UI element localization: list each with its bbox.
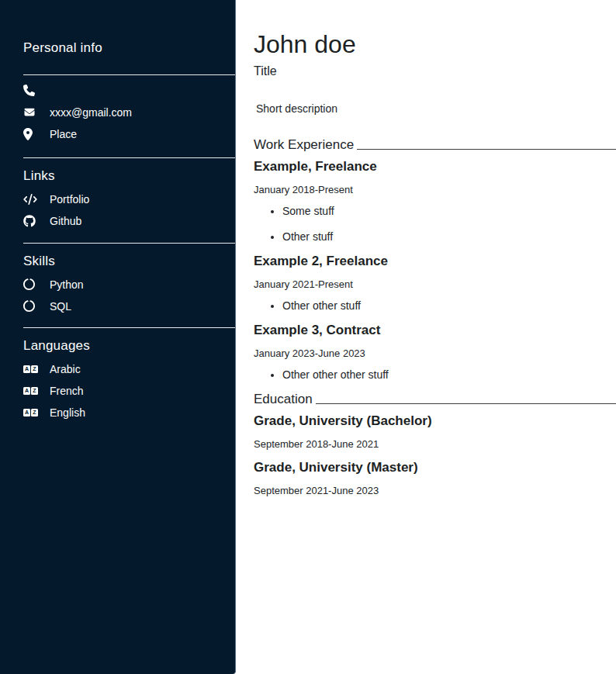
- entry-date: September 2018-June 2021: [254, 438, 616, 450]
- section-rule: [357, 149, 616, 150]
- section-title: Work Experience: [254, 137, 354, 153]
- contact-row-place: Place: [23, 127, 235, 140]
- short-description: Short description: [256, 102, 616, 115]
- language-row-english: English: [23, 406, 235, 419]
- contact-row-email: xxxx@gmail.com: [23, 105, 235, 119]
- skill-sql-label: SQL: [50, 300, 71, 313]
- language-icon: [23, 409, 50, 416]
- sidebar-divider: [23, 157, 235, 158]
- sidebar-divider: [23, 74, 235, 75]
- entry-date: January 2018-Present: [254, 184, 616, 195]
- language-icon: [23, 365, 50, 373]
- location-pin-icon: [23, 128, 50, 140]
- experience-entry: Example, Freelance January 2018-Present …: [254, 159, 616, 243]
- link-github-label: Github: [50, 215, 81, 227]
- language-icon: [23, 387, 50, 395]
- entry-title: Grade, University (Master): [254, 460, 616, 475]
- entry-title: Example 2, Freelance: [254, 254, 616, 269]
- sidebar-heading-links: Links: [23, 168, 235, 184]
- entry-date: January 2023-June 2023: [254, 347, 616, 359]
- entry-bullets: Other other other stuff: [254, 368, 616, 381]
- link-row-portfolio[interactable]: Portfolio: [23, 192, 235, 206]
- section-rule: [316, 403, 616, 404]
- section-header-education: Education: [254, 392, 616, 407]
- resume-main: John doe Title Short description Work Ex…: [237, 0, 616, 674]
- language-english-label: English: [50, 406, 85, 419]
- education-entry: Grade, University (Master) September 202…: [254, 460, 616, 496]
- sidebar: Personal info xxxx@gmail.com Place Links: [0, 0, 236, 674]
- language-row-french: French: [23, 384, 235, 397]
- bullet-item: Other other stuff: [282, 299, 616, 312]
- contact-email-value: xxxx@gmail.com: [50, 106, 132, 119]
- person-name: John doe: [254, 31, 616, 58]
- section-header-work-experience: Work Experience: [254, 137, 616, 153]
- bullet-item: Some stuff: [282, 205, 616, 217]
- skill-row-sql: SQL: [23, 299, 235, 313]
- section-title: Education: [254, 392, 313, 407]
- phone-icon: [23, 85, 50, 96]
- experience-entry: Example 2, Freelance January 2021-Presen…: [254, 254, 616, 312]
- entry-date: January 2021-Present: [254, 278, 616, 290]
- bullet-item: Other other other stuff: [282, 368, 616, 381]
- bullet-item: Other stuff: [282, 230, 616, 243]
- sidebar-heading-skills: Skills: [23, 254, 235, 269]
- person-title: Title: [254, 64, 616, 78]
- language-arabic-label: Arabic: [50, 363, 81, 375]
- contact-row-phone: [23, 84, 235, 97]
- link-row-github[interactable]: Github: [23, 214, 235, 227]
- experience-entry: Example 3, Contract January 2023-June 20…: [254, 323, 616, 381]
- sidebar-heading-languages: Languages: [23, 338, 235, 354]
- github-icon: [23, 215, 50, 227]
- entry-title: Example, Freelance: [254, 159, 616, 175]
- skill-row-python: Python: [23, 278, 235, 291]
- sidebar-heading-personal-info: Personal info: [23, 40, 235, 56]
- skill-python-label: Python: [50, 278, 84, 291]
- entry-date: September 2021-June 2023: [254, 485, 616, 496]
- sidebar-divider: [23, 243, 235, 244]
- language-row-arabic: Arabic: [23, 362, 235, 375]
- circle-notch-icon: [23, 278, 50, 290]
- entry-title: Grade, University (Bachelor): [254, 413, 616, 429]
- code-icon: [23, 194, 50, 205]
- education-entry: Grade, University (Bachelor) September 2…: [254, 413, 616, 450]
- language-french-label: French: [50, 385, 84, 397]
- link-portfolio-label: Portfolio: [50, 193, 89, 206]
- contact-place-value: Place: [50, 128, 77, 140]
- envelope-icon: [23, 107, 50, 117]
- resume-page: Personal info xxxx@gmail.com Place Links: [0, 0, 616, 674]
- entry-title: Example 3, Contract: [254, 323, 616, 338]
- entry-bullets: Some stuff Other stuff: [254, 205, 616, 243]
- entry-bullets: Other other stuff: [254, 299, 616, 312]
- sidebar-divider: [23, 327, 235, 328]
- circle-notch-icon: [23, 300, 50, 312]
